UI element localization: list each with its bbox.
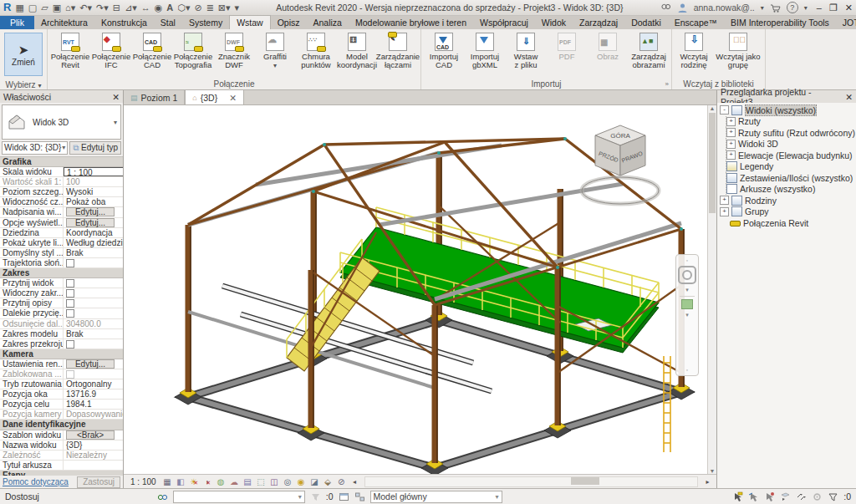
tab-wstaw[interactable]: Wstaw: [229, 15, 271, 29]
manage-links-button[interactable]: ✎Zarządzaniełączami: [378, 31, 418, 69]
property-row[interactable]: Widoczny zakr...: [0, 288, 123, 298]
search-icon[interactable]: [660, 3, 671, 13]
import-gbxml-button[interactable]: ImportujgbXML: [465, 31, 505, 69]
measure-icon[interactable]: ⊿▾: [125, 3, 137, 13]
section-icon[interactable]: ⊘: [194, 3, 201, 13]
collapse-icon[interactable]: -: [720, 105, 729, 115]
open-file-icon[interactable]: ▱: [41, 3, 48, 13]
section-header[interactable]: Grafika^: [0, 157, 123, 167]
load-group-button[interactable]: ⬡⃞Wczytaj jakogrupę: [714, 31, 762, 69]
tree-item-arkusze[interactable]: Arkusze (wszystko): [726, 184, 856, 196]
coordination-model-button[interactable]: ⚅Modelkoordynacji: [337, 31, 377, 69]
print-icon[interactable]: ⊟: [113, 3, 120, 13]
help-icon[interactable]: ?: [787, 2, 798, 13]
navbar-pin-icon[interactable]: ◦: [686, 257, 688, 263]
properties-help-link[interactable]: Pomoc dotycząca: [3, 477, 69, 486]
vertical-scroll-thumb[interactable]: [709, 113, 716, 213]
temporary-view-properties-icon[interactable]: ◪: [309, 476, 320, 487]
view-tab-3d[interactable]: ⌂ {3D} ✕: [185, 89, 244, 104]
properties-close-icon[interactable]: ✕: [112, 92, 120, 102]
tree-item-elewacje[interactable]: + Elewacje (Elewacja budynku): [726, 150, 856, 161]
tree-item-widoki-3d[interactable]: + Widoki 3D: [726, 139, 856, 150]
constraints-icon[interactable]: ⊘: [336, 476, 347, 487]
modify-button[interactable]: ➤ Zmień: [4, 33, 43, 76]
steering-wheel-icon[interactable]: [678, 266, 696, 284]
edit-type-button[interactable]: ⧉ Edytuj typ: [69, 141, 121, 155]
horizontal-scrollbar[interactable]: [364, 476, 698, 487]
temporary-hide-icon[interactable]: ◎: [283, 476, 293, 487]
tree-item-rzuty[interactable]: + Rzuty: [726, 116, 856, 128]
select-links-toggle-icon[interactable]: [732, 491, 743, 502]
worksets-icon[interactable]: [157, 491, 168, 502]
property-row[interactable]: DziedzinaKoordynacja: [0, 228, 123, 238]
close-button[interactable]: ✕: [845, 3, 853, 13]
edit-button[interactable]: Edytuj...: [66, 207, 115, 216]
checkbox[interactable]: [66, 309, 74, 318]
type-selector-dropdown-icon[interactable]: ▾: [114, 119, 117, 126]
save-icon[interactable]: ▣: [53, 3, 61, 13]
redo-icon[interactable]: ↷▾: [96, 3, 109, 13]
import-cad-button[interactable]: CADImportujCAD: [424, 31, 464, 69]
tab-architektura[interactable]: Architektura: [34, 16, 94, 29]
property-row[interactable]: Pokaż ukryte li...Według dziedziny: [0, 238, 123, 248]
zoom-region-icon[interactable]: [681, 299, 693, 309]
checkbox[interactable]: [66, 259, 74, 267]
aligned-dimension-icon[interactable]: ↔: [141, 3, 150, 13]
tab-jotools[interactable]: JOTools: [836, 16, 856, 29]
drawing-area[interactable]: GÓRA PRZÓD PRAWO ◦ ▾ ▾ ◦: [124, 105, 707, 474]
user-dropdown-icon[interactable]: ▾: [761, 4, 764, 12]
show-crop-icon[interactable]: ◫: [269, 476, 280, 487]
analytical-model-icon[interactable]: ⬙: [323, 476, 334, 487]
tab-dodatki[interactable]: Dodatki: [624, 16, 668, 29]
detail-level-icon[interactable]: ▦: [162, 476, 173, 487]
help-dropdown-icon[interactable]: ▾: [804, 4, 808, 12]
expand-icon[interactable]: +: [726, 140, 736, 149]
view-template-button[interactable]: <Brak>: [66, 430, 115, 440]
app-store-icon[interactable]: [770, 3, 781, 13]
render-gallery-icon[interactable]: ▤: [242, 476, 253, 487]
scale-button[interactable]: 1 : 100: [127, 477, 160, 486]
reveal-hidden-icon[interactable]: ◉: [296, 476, 307, 487]
sync-icon[interactable]: ⌂▾: [65, 3, 75, 13]
browser-close-icon[interactable]: ✕: [845, 92, 853, 102]
property-row[interactable]: Pozycja oka13716.9: [0, 389, 123, 400]
expand-icon[interactable]: +: [720, 196, 729, 205]
property-row[interactable]: Ustawienia ren...Edytuj...: [0, 359, 123, 369]
view-tab-poziom1[interactable]: ▤ Poziom 1: [124, 90, 185, 104]
viewcube[interactable]: GÓRA PRZÓD PRAWO: [577, 117, 664, 217]
instance-selector[interactable]: Widok 3D: {3D}▾: [2, 141, 68, 155]
section-header[interactable]: Dane identyfikacyjne^: [0, 420, 123, 430]
property-row[interactable]: Przytnij opisy: [0, 298, 123, 308]
scroll-up-icon[interactable]: ▲: [710, 105, 716, 111]
insert-from-file-button[interactable]: ⇓Wstawz pliku: [506, 31, 546, 69]
link-revit-button[interactable]: RVTPołączenieRevit: [50, 31, 90, 69]
panel-expand-icon[interactable]: »: [665, 79, 669, 89]
property-row[interactable]: Zakres przekroju: [0, 339, 123, 349]
property-row[interactable]: Tytuł arkusza: [0, 461, 123, 471]
section-header[interactable]: Kamera^: [0, 349, 123, 359]
scroll-down-icon[interactable]: ▼: [710, 468, 716, 474]
link-topography-button[interactable]: ≈PołączenieTopografia: [173, 31, 213, 69]
scroll-left-icon[interactable]: ◂: [349, 476, 360, 487]
default-3d-view-icon[interactable]: ⬡▾: [177, 3, 190, 13]
link-cad-button[interactable]: CADPołączenieCAD: [132, 31, 172, 69]
close-hidden-windows-icon[interactable]: ⊠▾: [218, 3, 231, 13]
tree-item-widoki[interactable]: - Widoki (wszystko): [720, 104, 856, 116]
dwf-markup-button[interactable]: DWFZnacznikDWF: [214, 31, 254, 69]
signed-in-user[interactable]: anna.nowak@..: [694, 3, 755, 13]
design-options-icon[interactable]: [339, 491, 349, 502]
property-row[interactable]: Nadpisania wi...Edytuj...: [0, 207, 123, 217]
expand-icon[interactable]: +: [726, 150, 736, 160]
load-family-button[interactable]: ⇩Wczytajrodzinę: [675, 31, 713, 69]
navbar-dropdown-icon[interactable]: ▾: [685, 287, 689, 293]
property-row[interactable]: Skala widoku1 : 100: [0, 167, 123, 177]
checkbox[interactable]: [66, 289, 74, 298]
tree-item-polaczenia-revit[interactable]: Połączenia Revit: [720, 217, 856, 229]
view-tab-close-icon[interactable]: ✕: [229, 93, 237, 103]
panel-label-wczytaj[interactable]: Wczytaj z biblioteki: [683, 79, 753, 89]
tree-item-rodziny[interactable]: + Rodziny: [720, 195, 856, 206]
expand-icon[interactable]: +: [726, 128, 736, 137]
tab-plik[interactable]: Plik: [0, 16, 34, 29]
tab-stal[interactable]: Stal: [154, 16, 182, 29]
navigation-bar[interactable]: ◦ ▾ ▾ ◦: [675, 254, 699, 376]
